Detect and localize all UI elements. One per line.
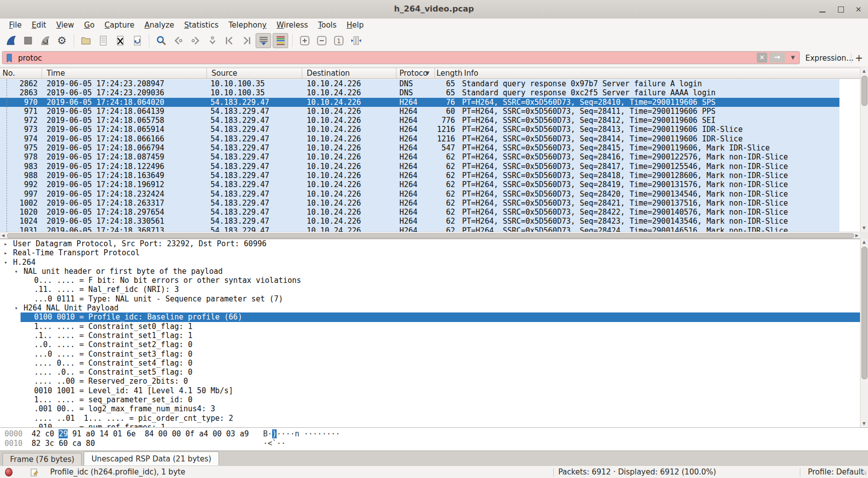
menu-edit[interactable]: Edit xyxy=(27,20,51,31)
resize-columns-icon[interactable] xyxy=(348,33,363,48)
packet-row[interactable]: 9752019-06-05 17:24:18.06679454.183.229.… xyxy=(0,143,839,152)
go-back-icon[interactable] xyxy=(170,33,186,48)
find-packet-icon[interactable] xyxy=(153,33,169,48)
hex-row[interactable]: 001082 3c 60 ca 80·<`·· xyxy=(0,439,868,448)
hex-bytes[interactable]: 42 c0 29 91 a0 14 01 6e 84 00 00 0f a4 0… xyxy=(32,429,249,439)
horizontal-scrollbar-thumb[interactable] xyxy=(7,233,854,238)
expand-arrow-icon[interactable]: ▸ xyxy=(4,240,8,249)
expert-info-icon[interactable] xyxy=(5,468,13,476)
menu-tools[interactable]: Tools xyxy=(313,20,342,31)
packet-row[interactable]: 9832019-06-05 17:24:18.12249654.183.229.… xyxy=(0,162,839,171)
open-file-icon[interactable] xyxy=(78,33,94,48)
detail-row[interactable]: ▾NAL unit header or first byte of the pa… xyxy=(0,267,860,276)
column-header-no[interactable]: No. xyxy=(3,69,15,78)
detail-row[interactable]: 1... .... = Constraint_set0_flag: 1 xyxy=(0,322,860,331)
scroll-down-icon[interactable]: ▼ xyxy=(862,226,865,231)
detail-row[interactable]: ..0. .... = Constraint_set2_flag: 0 xyxy=(0,340,860,349)
profile-status[interactable]: Profile: Default xyxy=(808,467,863,476)
detail-row[interactable]: ▸User Datagram Protocol, Src Port: 23292… xyxy=(0,239,860,248)
close-file-icon[interactable] xyxy=(112,33,128,48)
byte-view-tab[interactable]: Frame (76 bytes) xyxy=(3,453,82,465)
detail-row[interactable]: ▾H264 NAL Unit Payload xyxy=(0,303,860,312)
restart-capture-icon[interactable] xyxy=(37,33,53,48)
detail-row[interactable]: ▾H.264 xyxy=(0,258,860,267)
column-header-info[interactable]: Info xyxy=(464,69,478,78)
detail-pane-scrollbar-thumb[interactable] xyxy=(861,247,867,379)
packet-row[interactable]: 10022019-06-05 17:24:18.26331754.183.229… xyxy=(0,199,839,208)
column-header-time[interactable]: Time xyxy=(47,69,65,78)
packet-row[interactable]: 9722019-06-05 17:24:18.06575854.183.229.… xyxy=(0,116,839,125)
go-first-icon[interactable] xyxy=(222,33,237,48)
add-filter-button[interactable]: + xyxy=(855,52,863,63)
horizontal-scrollbar[interactable]: ◀ ▶ xyxy=(0,232,860,239)
save-file-icon[interactable] xyxy=(95,33,111,48)
menu-view[interactable]: View xyxy=(51,20,79,31)
resize-grip[interactable] xyxy=(861,470,866,475)
zoom-out-icon[interactable] xyxy=(314,33,329,48)
detail-row[interactable]: .1.. .... = Constraint_set1_flag: 1 xyxy=(0,331,860,340)
menu-analyze[interactable]: Analyze xyxy=(139,20,179,31)
capture-options-icon[interactable]: ⚙ xyxy=(54,33,70,48)
packet-row[interactable]: 9782019-06-05 17:24:18.08745954.183.229.… xyxy=(0,152,839,162)
maximize-icon[interactable] xyxy=(835,4,846,15)
detail-row[interactable]: 0010 1001 = Level_id: 41 [Level 4.1 50 M… xyxy=(0,386,860,395)
colorize-icon[interactable] xyxy=(273,33,288,48)
packet-row[interactable]: 9702019-06-05 17:24:18.06402054.183.229.… xyxy=(0,98,839,107)
detail-row[interactable]: .001 00.. = log2_max_frame_num_minus4: 3 xyxy=(0,404,860,413)
column-header-source[interactable]: Source xyxy=(211,69,238,78)
packet-row[interactable]: 9922019-06-05 17:24:18.19691254.183.229.… xyxy=(0,180,839,189)
scroll-up-icon[interactable]: ▲ xyxy=(862,240,865,245)
menu-telephony[interactable]: Telephony xyxy=(224,20,272,31)
packet-row[interactable]: 10312019-06-05 17:24:18.36871354.183.229… xyxy=(0,226,839,232)
packet-row[interactable]: 9712019-06-05 17:24:18.06413954.183.229.… xyxy=(0,107,839,116)
collapse-arrow-icon[interactable]: ▾ xyxy=(15,304,18,313)
packet-row[interactable]: 28632019-06-05 17:24:23.20903610.10.100.… xyxy=(0,88,839,97)
detail-row[interactable]: 0... .... = F bit: No bit errors or othe… xyxy=(0,276,860,285)
menu-file[interactable]: File xyxy=(4,20,27,31)
scroll-up-icon[interactable]: ▲ xyxy=(862,69,865,74)
zoom-100-icon[interactable]: 1 xyxy=(331,33,346,48)
detail-row[interactable]: .... ..00 = Reserved_zero_2bits: 0 xyxy=(0,377,860,386)
bookmark-icon[interactable] xyxy=(6,54,13,65)
start-capture-icon[interactable] xyxy=(3,33,19,48)
hex-selected-byte[interactable]: 29 xyxy=(59,429,68,438)
byte-view-tab[interactable]: Unescaped RSP Data (21 bytes) xyxy=(84,451,219,465)
go-last-icon[interactable] xyxy=(239,33,254,48)
go-forward-icon[interactable] xyxy=(187,33,203,48)
packet-row[interactable]: 28622019-06-05 17:24:23.20894710.10.100.… xyxy=(0,79,839,88)
auto-scroll-icon[interactable] xyxy=(256,33,271,48)
detail-row[interactable]: ...0 0111 = Type: NAL unit - Sequence pa… xyxy=(0,294,860,303)
packet-list-scrollbar-thumb[interactable] xyxy=(861,76,867,106)
detail-row[interactable]: 1... .... = seq_parameter_set_id: 0 xyxy=(0,395,860,404)
detail-row[interactable]: 0100 0010 = Profile_idc: Baseline profil… xyxy=(0,312,860,322)
packet-list-scrollbar[interactable]: ▲ ▼ xyxy=(860,68,868,232)
collapse-arrow-icon[interactable]: ▾ xyxy=(4,258,8,268)
reload-file-icon[interactable] xyxy=(129,33,145,48)
packet-row[interactable]: 9972019-06-05 17:24:18.23242454.183.229.… xyxy=(0,190,839,199)
expand-arrow-icon[interactable]: ▸ xyxy=(4,249,8,258)
detail-pane-scrollbar[interactable]: ▲ ▼ xyxy=(860,239,868,427)
detail-row[interactable]: .... .0.. = Constraint_set5_flag: 0 xyxy=(0,368,860,377)
detail-row[interactable]: .... 0... = Constraint_set4_flag: 0 xyxy=(0,359,860,368)
packet-row[interactable]: 10202019-06-05 17:24:18.29765454.183.229… xyxy=(0,208,839,217)
detail-row[interactable]: .11. .... = Nal_ref_idc (NRI): 3 xyxy=(0,285,860,294)
go-to-packet-icon[interactable] xyxy=(204,33,220,48)
packet-row[interactable]: 9732019-06-05 17:24:18.06591454.183.229.… xyxy=(0,125,839,134)
sort-indicator-icon[interactable]: ▼ xyxy=(425,70,429,76)
column-header-length[interactable]: Length xyxy=(437,69,463,78)
stop-capture-icon[interactable] xyxy=(20,33,36,48)
menu-capture[interactable]: Capture xyxy=(100,20,140,31)
hex-ascii[interactable]: ·<`·· xyxy=(263,439,286,448)
menu-wireless[interactable]: Wireless xyxy=(272,20,313,31)
detail-row[interactable]: ▸Real-Time Transport Protocol xyxy=(0,248,860,257)
filter-apply-icon[interactable]: → xyxy=(769,53,785,63)
hex-bytes[interactable]: 82 3c 60 ca 80 xyxy=(32,439,95,448)
packet-row[interactable]: 9742019-06-05 17:24:18.06616654.183.229.… xyxy=(0,134,839,143)
filter-dropdown-icon[interactable]: ▼ xyxy=(791,55,795,60)
display-filter-input[interactable]: protoc ✕ → ▼ xyxy=(2,51,800,64)
expression-button[interactable]: Expression… xyxy=(805,54,853,63)
capture-comment-icon[interactable] xyxy=(30,468,39,478)
hex-row[interactable]: 000042 c0 29 91 a0 14 01 6e 84 00 00 0f … xyxy=(0,429,868,439)
menu-go[interactable]: Go xyxy=(79,20,100,31)
column-header-destination[interactable]: Destination xyxy=(307,69,350,78)
